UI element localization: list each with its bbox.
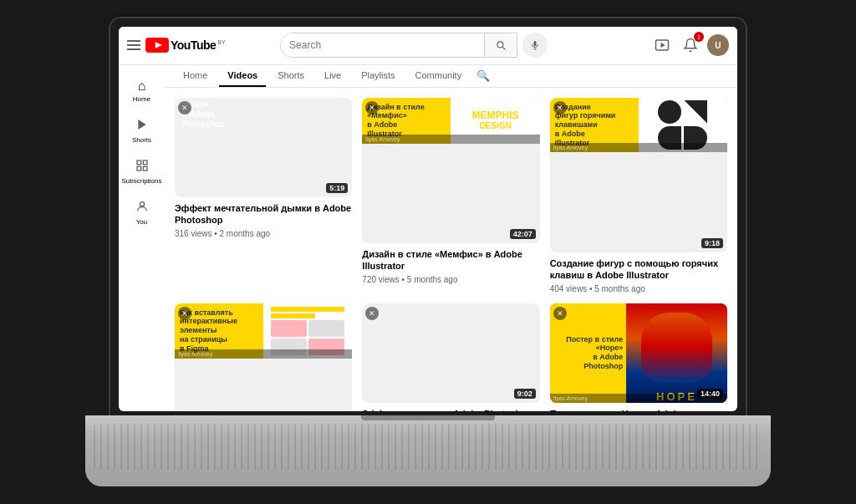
mic-button[interactable] bbox=[522, 33, 548, 58]
video-thumbnail-3: Созданиефигур горячимиклавишамив AdobeIl… bbox=[550, 98, 727, 252]
video-info-6: Постер в стиле Hope в Adobe Photoshop 55… bbox=[550, 403, 727, 411]
sidebar-item-you[interactable]: You bbox=[122, 193, 162, 232]
tab-home[interactable]: Home bbox=[175, 65, 216, 87]
main-content: ⌂ Home Shorts bbox=[119, 65, 737, 411]
notification-button[interactable]: 1 bbox=[679, 33, 702, 57]
video-info-1: Эффект мечтательной дымки в Adobe Photos… bbox=[175, 197, 352, 238]
svg-marker-3 bbox=[660, 43, 665, 48]
close-icon-1: ✕ bbox=[178, 101, 191, 115]
video-thumbnail-2: Дизайн в стиле«Мемфис»в AdobeIllustrator… bbox=[362, 98, 539, 244]
video-card-4[interactable]: Как вставлятьинтерактивныеэлементына стр… bbox=[175, 303, 352, 411]
sidebar-you-label: You bbox=[136, 218, 148, 226]
duration-2: 42:07 bbox=[510, 229, 536, 239]
search-box bbox=[280, 33, 517, 58]
close-icon-6: ✕ bbox=[553, 307, 567, 320]
svg-rect-8 bbox=[143, 166, 147, 171]
create-button[interactable] bbox=[650, 33, 674, 57]
video-thumbnail-5: Ilyas Amovey ✕ 9:02 bbox=[362, 303, 539, 403]
close-icon-5: ✕ bbox=[365, 307, 379, 320]
video-title-6: Постер в стиле Hope в Adobe Photoshop bbox=[550, 408, 727, 411]
thumb-inner-2: Дизайн в стиле«Мемфис»в AdobeIllustrator… bbox=[362, 98, 539, 144]
svg-rect-6 bbox=[143, 160, 147, 165]
search-button[interactable] bbox=[484, 33, 517, 57]
svg-rect-5 bbox=[137, 160, 141, 165]
video-title-1: Эффект мечтательной дымки в Adobe Photos… bbox=[175, 202, 352, 227]
video-title-3: Создание фигур с помощью горячих клавиш … bbox=[550, 257, 727, 282]
thumb-inner-4: Как вставлятьинтерактивныеэлементына стр… bbox=[175, 303, 352, 359]
shorts-icon bbox=[135, 118, 149, 135]
video-info-3: Создание фигур с помощью горячих клавиш … bbox=[550, 252, 727, 293]
youtube-header: YouTube BY bbox=[119, 27, 737, 65]
duration-1: 5:19 bbox=[326, 183, 348, 193]
tab-search-icon[interactable]: 🔍 bbox=[476, 69, 490, 82]
svg-point-9 bbox=[140, 201, 144, 206]
yt-logo-icon bbox=[145, 38, 169, 53]
video-meta-3: 404 views • 5 months ago bbox=[550, 284, 727, 293]
sidebar-home-label: Home bbox=[133, 95, 150, 103]
laptop-screen: YouTube BY bbox=[119, 27, 737, 411]
video-meta-2: 720 views • 5 months ago bbox=[362, 275, 539, 284]
sidebar-item-subscriptions[interactable]: Subscriptions bbox=[122, 152, 162, 191]
video-thumbnail-4: Как вставлятьинтерактивныеэлементына стр… bbox=[175, 303, 352, 411]
hamburger-menu[interactable] bbox=[127, 40, 140, 50]
video-meta-1: 316 views • 2 months ago bbox=[175, 229, 352, 238]
close-icon-4: ✕ bbox=[178, 307, 191, 320]
notification-badge: 1 bbox=[694, 32, 704, 42]
video-title-2: Дизайн в стиле «Мемфис» в Adobe Illustra… bbox=[362, 248, 539, 272]
thumb-inner-3: Созданиефигур горячимиклавишамив AdobeIl… bbox=[550, 98, 727, 153]
video-info-2: Дизайн в стиле «Мемфис» в Adobe Illustra… bbox=[362, 243, 539, 284]
tab-videos[interactable]: Videos bbox=[219, 65, 266, 87]
video-card-3[interactable]: Созданиефигур горячимиклавишамив AdobeIl… bbox=[550, 98, 727, 293]
laptop-bezel: YouTube BY bbox=[110, 18, 746, 420]
channel-tabs: Home Videos Shorts Live Playlists Commun… bbox=[165, 65, 737, 88]
duration-6: 14:40 bbox=[697, 389, 723, 399]
video-card-1[interactable]: Эффектмечтательнойдымкив AdobePhotoshop … bbox=[175, 98, 352, 293]
sidebar-item-shorts[interactable]: Shorts bbox=[122, 111, 162, 150]
video-card-6[interactable]: Постер в стиле«Hope»в AdobePhotoshop HOP… bbox=[550, 303, 727, 411]
sidebar-subs-label: Subscriptions bbox=[121, 177, 161, 185]
logo-area: YouTube BY bbox=[127, 38, 226, 53]
video-thumbnail-1: Эффектмечтательнойдымкив AdobePhotoshop … bbox=[175, 98, 352, 197]
user-avatar[interactable]: U bbox=[707, 34, 729, 56]
svg-rect-1 bbox=[534, 41, 537, 46]
video-card-2[interactable]: Дизайн в стиле«Мемфис»в AdobeIllustrator… bbox=[362, 98, 539, 293]
search-area bbox=[280, 33, 548, 58]
search-input[interactable] bbox=[281, 33, 484, 57]
youtube-logo[interactable]: YouTube BY bbox=[145, 38, 226, 53]
channel-content: Home Videos Shorts Live Playlists Commun… bbox=[165, 65, 737, 411]
sidebar-item-home[interactable]: ⌂ Home bbox=[122, 72, 162, 109]
video-info-5: Эффект ксерокса в Adobe Photoshop 540 vi… bbox=[362, 403, 539, 411]
sidebar-shorts-label: Shorts bbox=[132, 136, 151, 144]
video-card-5[interactable]: Ilyas Amovey ✕ 9:02 Эффект ксерокса в Ad… bbox=[362, 303, 539, 411]
close-icon-3: ✕ bbox=[553, 101, 567, 115]
videos-grid: Эффектмечтательнойдымкив AdobePhotoshop … bbox=[165, 88, 737, 411]
duration-3: 9:18 bbox=[701, 238, 723, 248]
tab-shorts[interactable]: Shorts bbox=[269, 65, 313, 87]
laptop-keyboard bbox=[85, 415, 771, 486]
tab-community[interactable]: Community bbox=[407, 65, 471, 87]
logo-text: YouTube bbox=[171, 38, 216, 52]
tab-playlists[interactable]: Playlists bbox=[353, 65, 403, 87]
home-icon: ⌂ bbox=[138, 79, 146, 94]
logo-sup: BY bbox=[217, 39, 225, 45]
svg-marker-0 bbox=[155, 42, 162, 48]
duration-5: 9:02 bbox=[514, 389, 536, 399]
svg-rect-7 bbox=[137, 166, 141, 171]
header-actions: 1 U bbox=[650, 33, 729, 57]
subscriptions-icon bbox=[135, 159, 149, 176]
laptop-wrapper: YouTube BY bbox=[85, 18, 771, 486]
video-thumbnail-6: Постер в стиле«Hope»в AdobePhotoshop HOP… bbox=[550, 303, 727, 403]
video-title-5: Эффект ксерокса в Adobe Photoshop bbox=[362, 408, 539, 411]
sidebar: ⌂ Home Shorts bbox=[119, 65, 165, 411]
you-icon bbox=[135, 200, 149, 216]
tab-live[interactable]: Live bbox=[316, 65, 349, 87]
svg-marker-4 bbox=[138, 120, 145, 130]
close-icon-2: ✕ bbox=[365, 101, 379, 115]
